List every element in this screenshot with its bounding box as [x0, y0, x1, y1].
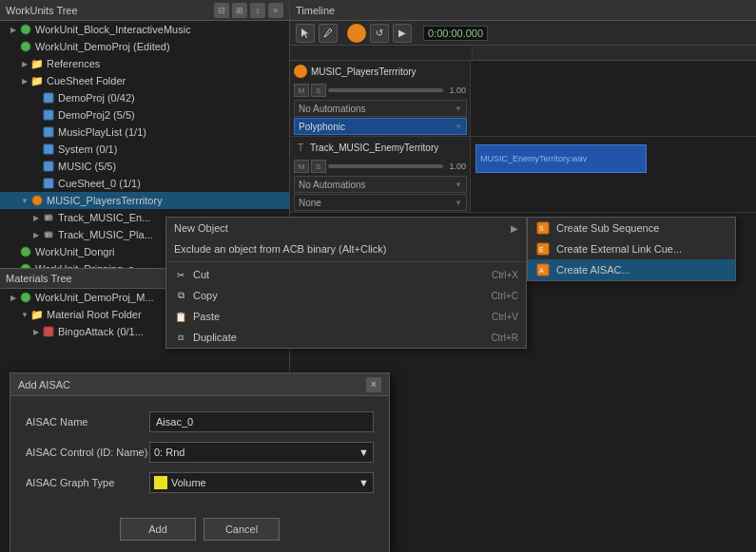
- aisac-control-field: AISAC Control (ID: Name) 0: Rnd ▼: [26, 442, 374, 463]
- play-indicator: [347, 24, 366, 43]
- main-context-menu: New Object ▶ Exclude an object from ACB …: [165, 217, 527, 349]
- track-2-name-row: T Track_MUSIC_EnemyTerritory: [290, 137, 470, 158]
- track-2-mode[interactable]: None ▼: [294, 194, 467, 211]
- svg-point-17: [298, 68, 303, 74]
- paste-shortcut: Ctrl+V: [492, 312, 518, 322]
- loop-btn[interactable]: ↺: [370, 24, 389, 43]
- svg-text:T: T: [46, 216, 48, 221]
- submenu-create-ext-link[interactable]: E Create External Link Cue...: [528, 238, 735, 259]
- context-menu-new-object[interactable]: New Object ▶: [166, 218, 526, 238]
- tree-label: System (0/1): [58, 143, 117, 155]
- track-1-controls: M S 1.00: [290, 82, 470, 99]
- context-menu-duplicate[interactable]: ⧈ Duplicate Ctrl+R: [166, 327, 526, 348]
- timeline-header: Timeline: [290, 0, 756, 21]
- tree-label: WorkUnit_DemoProj_M...: [35, 292, 154, 303]
- track-2: T Track_MUSIC_EnemyTerritory M S 1.00 No…: [290, 137, 756, 213]
- track-mute-btn[interactable]: M: [294, 160, 309, 173]
- tree-item-workunit-demoproj[interactable]: WorkUnit_DemoProj (Edited): [0, 38, 289, 55]
- cue-icon: [42, 125, 55, 139]
- context-menu-exclude[interactable]: Exclude an object from ACB binary (Alt+C…: [166, 238, 526, 259]
- tree-arrow: [30, 161, 42, 172]
- track-2-name: Track_MUSIC_EnemyTerritory: [310, 143, 438, 153]
- aisac-name-field: AISAC Name: [26, 411, 374, 432]
- cancel-button[interactable]: Cancel: [204, 518, 280, 541]
- track-1-name: MUSIC_PlayersTerrritory: [311, 67, 417, 77]
- item-left: 📋 Paste: [174, 310, 220, 323]
- copy-shortcut: Ctrl+C: [491, 291, 518, 301]
- track-volume-slider[interactable]: [328, 88, 443, 92]
- item-left: ✂ Cut: [174, 268, 209, 281]
- cue-icon: [42, 91, 55, 105]
- track-1-mode[interactable]: Polyphonic ▼: [294, 118, 467, 135]
- cursor-tool-btn[interactable]: [296, 24, 315, 43]
- svg-rect-6: [44, 162, 53, 171]
- cue-icon: [42, 160, 55, 173]
- volume-color-swatch: [154, 476, 167, 489]
- svg-point-0: [21, 25, 30, 34]
- track-solo-btn[interactable]: S: [311, 84, 326, 97]
- duplicate-label: Duplicate: [193, 332, 237, 343]
- dialog-close-button[interactable]: ×: [366, 377, 381, 392]
- folder-icon: 📁: [30, 57, 44, 70]
- expand-all-icon[interactable]: ⊞: [232, 3, 247, 18]
- collapse-all-icon[interactable]: ⊟: [214, 3, 229, 18]
- context-menu-cut[interactable]: ✂ Cut Ctrl+X: [166, 264, 526, 285]
- pin-icon[interactable]: ×: [268, 3, 283, 18]
- paste-label: Paste: [193, 311, 220, 322]
- paste-icon: 📋: [174, 310, 187, 323]
- tree-item-cuesheet-folder[interactable]: ▶ 📁 CueSheet Folder: [0, 72, 289, 89]
- aisac-graph-select[interactable]: Volume ▼: [149, 472, 374, 493]
- track-solo-btn[interactable]: S: [311, 160, 326, 173]
- track-1-header: MUSIC_PlayersTerrritory M S 1.00 No Auto…: [290, 61, 471, 136]
- dialog-body: AISAC Name AISAC Control (ID: Name) 0: R…: [10, 396, 389, 514]
- tree-item-music-players[interactable]: ▼ MUSIC_PlayersTerrritory: [0, 192, 289, 209]
- track-mute-btn[interactable]: M: [294, 84, 309, 97]
- tree-item-demoproj2[interactable]: DemoProj2 (5/5): [0, 106, 289, 124]
- tree-label: MusicPlayList (1/1): [58, 126, 146, 138]
- tree-item-system[interactable]: System (0/1): [0, 141, 289, 158]
- aisac-control-select[interactable]: 0: Rnd ▼: [149, 442, 374, 463]
- track-1-automation[interactable]: No Automations ▼: [294, 100, 467, 117]
- tree-arrow: ▶: [19, 75, 30, 86]
- context-menu-paste[interactable]: 📋 Paste Ctrl+V: [166, 306, 526, 327]
- tree-label: BingoAttack (0/1...: [58, 326, 144, 337]
- add-button[interactable]: Add: [120, 518, 196, 541]
- tree-label: CueSheet_0 (1/1): [58, 178, 141, 189]
- main-container: WorkUnits Tree ⊟ ⊞ ↕ × ▶ WorkUnit_Block_…: [0, 0, 756, 552]
- submenu-create-aisac[interactable]: A Create AISAC...: [528, 259, 735, 280]
- tree-item-demoproj[interactable]: DemoProj (0/42): [0, 89, 289, 106]
- tree-item-workunit-block[interactable]: ▶ WorkUnit_Block_InteractiveMusic: [0, 21, 289, 38]
- sub-seq-label: Create Sub Sequence: [556, 222, 659, 234]
- tree-arrow: [8, 246, 19, 257]
- workunits-header-icons: ⊟ ⊞ ↕ ×: [214, 3, 283, 18]
- item-left: ⧉ Copy: [174, 289, 218, 302]
- tree-item-cuesheet0[interactable]: CueSheet_0 (1/1): [0, 175, 289, 192]
- stop-btn[interactable]: ▶: [393, 24, 412, 43]
- svg-rect-4: [44, 127, 53, 137]
- track-volume-value: 1.00: [449, 86, 466, 95]
- tree-item-references[interactable]: ▶ 📁 References: [0, 55, 289, 72]
- tree-arrow: ▶: [30, 326, 42, 337]
- dialog-title: Add AISAC: [18, 379, 70, 390]
- aisac-graph-value: Volume: [171, 477, 206, 488]
- tree-item-musicplaylist[interactable]: MusicPlayList (1/1): [0, 124, 289, 141]
- sort-icon[interactable]: ↕: [250, 3, 265, 18]
- tree-label: WorkUnit_Dongri: [35, 246, 115, 257]
- track-volume-slider[interactable]: [328, 164, 443, 168]
- track-2-automation[interactable]: No Automations ▼: [294, 176, 467, 193]
- track-T-icon: T: [294, 141, 307, 154]
- tree-label: Track_MUSIC_En...: [58, 212, 150, 223]
- new-object-submenu: S Create Sub Sequence E Create External …: [527, 217, 736, 281]
- cut-icon: ✂: [174, 268, 187, 281]
- aisac-name-input[interactable]: [149, 411, 374, 432]
- tree-item-music[interactable]: MUSIC (5/5): [0, 158, 289, 175]
- duplicate-shortcut: Ctrl+R: [491, 333, 518, 343]
- context-menu-copy[interactable]: ⧉ Copy Ctrl+C: [166, 285, 526, 306]
- tree-arrow: [30, 126, 42, 138]
- submenu-create-sub-seq[interactable]: S Create Sub Sequence: [528, 218, 735, 238]
- svg-point-8: [32, 196, 42, 205]
- track-2-controls: M S 1.00: [290, 158, 470, 175]
- pencil-tool-btn[interactable]: [319, 24, 338, 43]
- automation-label: No Automations: [299, 104, 366, 114]
- svg-rect-2: [44, 93, 53, 103]
